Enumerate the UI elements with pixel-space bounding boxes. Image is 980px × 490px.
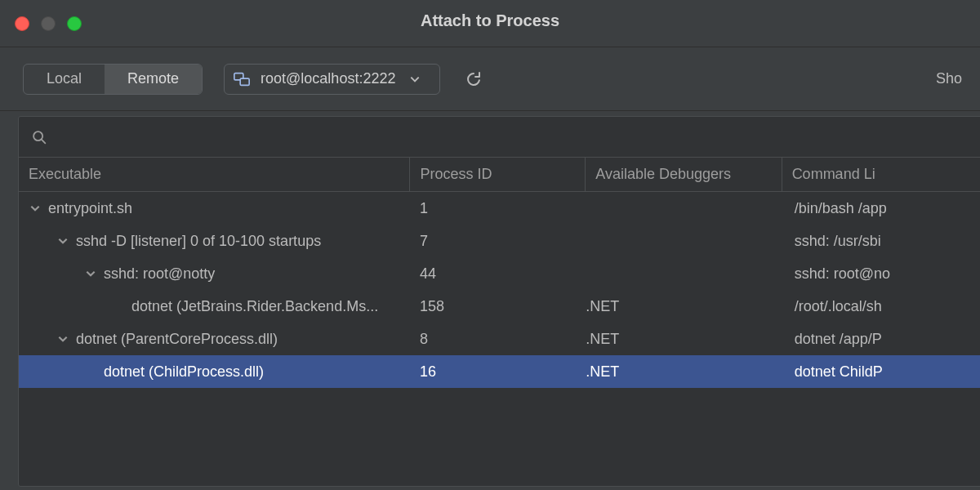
table-body: entrypoint.sh1/bin/bash /appsshd -D [lis…: [19, 192, 980, 486]
cell-pid: 7: [410, 225, 586, 257]
cell-command: sshd: /usr/sbi: [782, 225, 980, 257]
refresh-button[interactable]: [461, 67, 486, 91]
cell-command: sshd: root@no: [782, 257, 980, 290]
cell-pid: 44: [410, 257, 586, 290]
cell-debuggers: [586, 192, 781, 225]
remote-host-icon: [233, 70, 251, 88]
window-controls: [0, 16, 82, 31]
executable-label: dotnet (ChildProcess.dll): [104, 363, 264, 381]
dialog-title: Attach to Process: [421, 11, 559, 30]
cell-debuggers: .NET: [586, 290, 781, 323]
cell-executable: dotnet (ParentCoreProcess.dll): [19, 323, 410, 355]
cell-executable: dotnet (JetBrains.Rider.Backend.Ms...: [19, 290, 410, 323]
host-label: root@localhost:2222: [261, 70, 395, 87]
process-table-panel: Executable Process ID Available Debugger…: [18, 116, 980, 487]
cell-command: /root/.local/sh: [782, 290, 980, 323]
column-header-debuggers[interactable]: Available Debuggers: [586, 158, 782, 191]
table-row[interactable]: dotnet (JetBrains.Rider.Backend.Ms...158…: [19, 290, 980, 323]
zoom-window-button[interactable]: [67, 16, 82, 31]
table-row[interactable]: dotnet (ChildProcess.dll)16.NETdotnet Ch…: [19, 355, 980, 388]
tree-expand-toggle[interactable]: [56, 332, 69, 345]
toolbar: Local Remote root@localhost:2222 Sho: [0, 47, 980, 111]
segment-remote[interactable]: Remote: [105, 65, 202, 94]
cell-debuggers: .NET: [586, 323, 781, 355]
tree-expand-toggle[interactable]: [84, 267, 97, 280]
segment-local[interactable]: Local: [24, 65, 105, 94]
table-row[interactable]: sshd: root@notty44sshd: root@no: [19, 257, 980, 290]
cell-command: /bin/bash /app: [782, 192, 980, 225]
cell-debuggers: .NET: [586, 355, 781, 388]
executable-label: dotnet (ParentCoreProcess.dll): [76, 331, 278, 348]
executable-label: sshd: root@notty: [104, 265, 215, 283]
chevron-down-icon: [408, 73, 421, 86]
show-link[interactable]: Sho: [936, 70, 962, 87]
cell-executable: sshd -D [listener] 0 of 10-100 startups: [19, 225, 410, 257]
executable-label: sshd -D [listener] 0 of 10-100 startups: [76, 233, 321, 250]
column-header-executable[interactable]: Executable: [19, 158, 410, 191]
attach-to-process-dialog: Attach to Process Local Remote root@loca…: [0, 0, 980, 490]
table-row[interactable]: entrypoint.sh1/bin/bash /app: [19, 192, 980, 225]
executable-label: dotnet (JetBrains.Rider.Backend.Ms...: [131, 298, 378, 315]
svg-line-3: [42, 139, 45, 142]
table-header: Executable Process ID Available Debugger…: [19, 158, 980, 192]
cell-executable: sshd: root@notty: [19, 257, 410, 290]
cell-command: dotnet /app/P: [782, 323, 980, 355]
executable-label: entrypoint.sh: [48, 200, 132, 217]
cell-pid: 8: [410, 323, 586, 355]
column-header-command[interactable]: Command Li: [782, 158, 980, 191]
table-row[interactable]: sshd -D [listener] 0 of 10-100 startups7…: [19, 225, 980, 257]
tree-expand-toggle[interactable]: [29, 202, 42, 215]
table-row[interactable]: dotnet (ParentCoreProcess.dll)8.NETdotne…: [19, 323, 980, 355]
search-bar[interactable]: [19, 117, 980, 158]
search-icon: [30, 128, 48, 146]
svg-rect-1: [240, 78, 249, 85]
cell-pid: 1: [410, 192, 586, 225]
cell-command: dotnet ChildP: [782, 355, 980, 388]
cell-pid: 158: [410, 290, 586, 323]
titlebar: Attach to Process: [0, 0, 980, 47]
cell-executable: dotnet (ChildProcess.dll): [19, 355, 410, 388]
host-dropdown[interactable]: root@localhost:2222: [224, 64, 440, 95]
location-segmented: Local Remote: [23, 64, 203, 95]
close-window-button[interactable]: [15, 16, 29, 31]
cell-executable: entrypoint.sh: [19, 192, 410, 225]
refresh-icon: [464, 69, 483, 89]
column-header-pid[interactable]: Process ID: [410, 158, 586, 191]
minimize-window-button[interactable]: [41, 16, 56, 31]
cell-pid: 16: [410, 355, 586, 388]
cell-debuggers: [586, 257, 781, 290]
cell-debuggers: [586, 225, 781, 257]
tree-expand-toggle[interactable]: [56, 234, 69, 247]
